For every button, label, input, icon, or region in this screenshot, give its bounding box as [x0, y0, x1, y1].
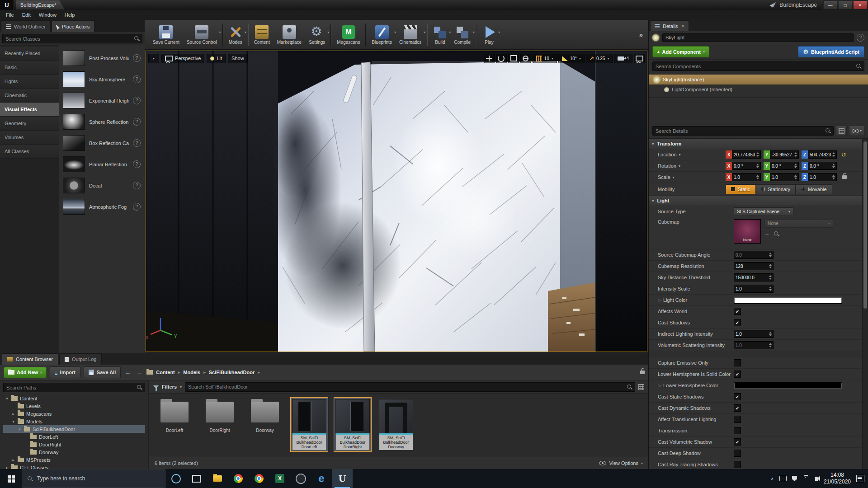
- color-swatch-lower-hemisphere-color[interactable]: [734, 382, 842, 389]
- add-new-button[interactable]: Add New ▾: [4, 367, 47, 378]
- location-y-field[interactable]: -30.99527: [770, 150, 799, 159]
- world-space-toggle[interactable]: [520, 54, 531, 63]
- mobility-movable-button[interactable]: Movable: [796, 184, 832, 194]
- search-paths-input[interactable]: [3, 383, 145, 392]
- actor-item-sphere-reflection-capture[interactable]: Sphere Reflection Capture?: [61, 111, 143, 132]
- tab-world-outliner[interactable]: World Outliner: [1, 20, 51, 32]
- spinner-icon[interactable]: [769, 332, 772, 336]
- source-type-dropdown[interactable]: SLS Captured Scene▾: [734, 207, 793, 216]
- start-button[interactable]: [0, 469, 22, 488]
- color-swatch-light-color[interactable]: [734, 297, 842, 304]
- scale-x-field[interactable]: 1.0: [732, 173, 761, 181]
- checkbox-affects-world[interactable]: ✔: [734, 308, 741, 315]
- viewport-3d-scene[interactable]: Y x: [146, 51, 647, 352]
- rotation-x-field[interactable]: 0.0 °: [732, 162, 761, 170]
- toolbar-save-current[interactable]: Save Current: [149, 24, 183, 46]
- asset-mesh-sm-scifi-bulkheaddoor-doorway[interactable]: SM_SciFi BulkheadDoor Doorway: [377, 397, 415, 452]
- cubemap-dropdown[interactable]: None▾: [764, 219, 833, 228]
- people-icon[interactable]: [779, 476, 787, 481]
- checkbox-cast-shadows[interactable]: ✔: [734, 319, 741, 326]
- spinner-icon[interactable]: [756, 175, 759, 179]
- close-tab-icon[interactable]: ✕: [681, 24, 685, 28]
- spin-up-icon[interactable]: [769, 286, 772, 288]
- toolbar-build[interactable]: ▾Build: [429, 24, 450, 46]
- camera-speed-button[interactable]: 4: [614, 54, 632, 63]
- spin-up-icon[interactable]: [769, 343, 772, 345]
- actor-item-sky-atmosphere[interactable]: Sky Atmosphere?: [61, 69, 143, 90]
- spin-up-icon[interactable]: [769, 264, 772, 266]
- use-selected-asset-icon[interactable]: ←: [764, 230, 770, 237]
- spinner-icon[interactable]: [756, 152, 759, 157]
- spinner-icon[interactable]: [769, 286, 772, 291]
- titlebar[interactable]: U BuildingEscape* BuildingEscape — □ ✕: [0, 0, 868, 10]
- category-geometry[interactable]: Geometry: [0, 117, 59, 131]
- asset-mesh-sm-scifi-bulkheaddoor-doorleft[interactable]: SM_SciFi BulkheadDoor DoorLeft: [290, 397, 328, 452]
- section-transform[interactable]: ▾ Transform: [649, 139, 868, 149]
- chevron-collapsed-icon[interactable]: ▸: [11, 412, 15, 416]
- checkbox-transmission[interactable]: [734, 427, 741, 434]
- chevron-collapsed-icon[interactable]: ▸: [5, 465, 9, 469]
- spinner-icon[interactable]: [769, 264, 772, 268]
- project-tab[interactable]: BuildingEscape*: [16, 0, 65, 9]
- category-all-classes[interactable]: All Classes: [0, 145, 59, 159]
- checkbox-cast-static-shadows[interactable]: ✔: [734, 393, 741, 400]
- scale-z-field[interactable]: 1.0: [808, 173, 837, 181]
- chevron-expanded-icon[interactable]: ▾: [18, 427, 22, 432]
- toolbar-cinematics[interactable]: ▾Cinematics: [396, 24, 425, 46]
- spin-up-icon[interactable]: [769, 253, 772, 254]
- tree-item-c-classes[interactable]: ▸C++ Classes: [3, 464, 145, 469]
- help-icon[interactable]: ?: [133, 97, 141, 104]
- tab-place-actors[interactable]: Place Actors: [52, 20, 94, 32]
- spinner-icon[interactable]: [769, 343, 772, 347]
- help-icon[interactable]: ?: [133, 203, 141, 211]
- shield-icon[interactable]: [792, 476, 797, 481]
- wifi-icon[interactable]: [802, 475, 810, 482]
- category-recently-placed[interactable]: Recently Placed: [0, 47, 59, 61]
- component-row-skylight-instance[interactable]: SkyLight(Instance): [649, 75, 868, 84]
- hidden-icons-chevron[interactable]: ∧: [771, 476, 774, 481]
- display-filter-button[interactable]: ▾: [849, 126, 864, 136]
- menu-help[interactable]: Help: [61, 10, 79, 20]
- view-toggle-icon[interactable]: [638, 384, 644, 390]
- chevron-expanded-icon[interactable]: ▾: [5, 396, 9, 401]
- view-mode-button[interactable]: Lit: [207, 54, 226, 63]
- location-z-field[interactable]: 504.74823: [808, 150, 837, 159]
- checkbox-cast-dynamic-shadows[interactable]: ✔: [734, 404, 741, 412]
- spin-down-icon[interactable]: [769, 334, 772, 336]
- scale-snap-button[interactable]: ↗ 0.25 ▾: [586, 54, 613, 63]
- spin-up-icon[interactable]: [769, 332, 772, 333]
- rotation-z-field[interactable]: 0.0 °: [808, 162, 837, 170]
- spinner-icon[interactable]: [832, 175, 835, 179]
- asset-folder-doorright[interactable]: DoorRight: [200, 397, 240, 433]
- source-cubemap-angle-field[interactable]: 0.0: [734, 251, 774, 259]
- search-components-input[interactable]: [652, 61, 864, 71]
- import-button[interactable]: ↓ Import: [50, 366, 80, 378]
- grid-snap-button[interactable]: 10 ▾: [533, 54, 557, 63]
- notification-center-icon[interactable]: [856, 475, 864, 482]
- toolbar-marketplace[interactable]: Marketplace: [274, 24, 305, 46]
- spin-down-icon[interactable]: [769, 278, 772, 280]
- viewport-options-button[interactable]: ▾: [148, 54, 159, 63]
- cubemap-thumbnail[interactable]: None: [734, 219, 761, 244]
- rotation-y-field[interactable]: 0.0 °: [770, 162, 799, 170]
- view-options-button[interactable]: View Options ▾: [599, 460, 643, 466]
- spinner-icon[interactable]: [769, 275, 772, 280]
- taskbar-app-chrome[interactable]: [228, 469, 249, 488]
- actor-item-box-reflection-capture[interactable]: Box Reflection Capture?: [61, 132, 143, 154]
- taskbar-app-cortana[interactable]: [165, 469, 186, 488]
- help-icon[interactable]: ?: [133, 118, 141, 126]
- ue-feedback-icon[interactable]: [769, 2, 776, 8]
- mobility-stationary-button[interactable]: Stationary: [756, 184, 796, 194]
- volumetric-scattering-intensity-field[interactable]: 1.0: [734, 341, 774, 349]
- lock-icon[interactable]: [842, 175, 847, 179]
- tree-item-models[interactable]: ▾Models: [3, 418, 145, 425]
- category-lights[interactable]: Lights: [0, 75, 59, 89]
- tree-item-doorway[interactable]: Doorway: [3, 448, 145, 456]
- checkbox-cast-deep-shadow[interactable]: [734, 450, 741, 457]
- toolbar-modes[interactable]: ▾Modes: [225, 24, 246, 46]
- chevron-expanded-icon[interactable]: ▾: [11, 419, 15, 424]
- spinner-icon[interactable]: [794, 152, 797, 157]
- chevron-down-icon[interactable]: ▾: [679, 164, 680, 168]
- spinner-icon[interactable]: [769, 253, 772, 257]
- checkbox-affect-translucent-lighting[interactable]: [734, 416, 741, 423]
